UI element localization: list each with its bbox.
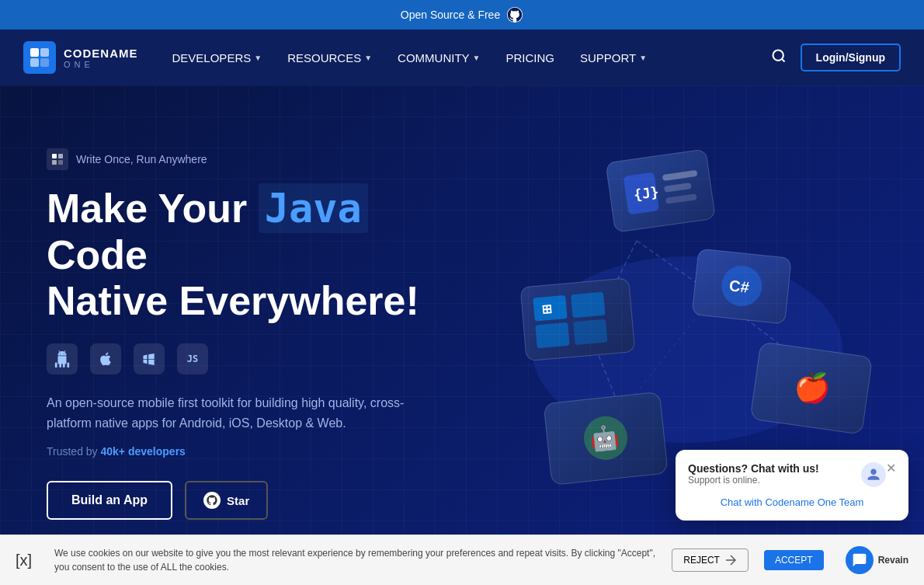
chevron-down-icon: ▼ <box>639 54 647 62</box>
hero-trust: Trusted by 40k+ developers <box>47 445 450 458</box>
chevron-down-icon: ▼ <box>254 54 262 62</box>
svg-rect-39 <box>544 392 668 485</box>
login-signup-button[interactable]: Login/Signup <box>801 44 901 71</box>
svg-rect-8 <box>58 154 63 158</box>
svg-text:⊞: ⊞ <box>541 302 552 316</box>
chat-info: Questions? Chat with us! Support is onli… <box>688 462 855 486</box>
svg-rect-24 <box>665 193 697 204</box>
windows-icon <box>134 343 165 374</box>
banner-text: Open Source & Free <box>401 9 500 21</box>
chevron-down-icon: ▼ <box>473 54 481 62</box>
svg-rect-20 <box>624 172 660 214</box>
cookie-banner: [x] We use cookies on our website to giv… <box>0 535 924 585</box>
nav-resources[interactable]: RESOURCES ▼ <box>276 45 383 71</box>
svg-rect-29 <box>535 322 569 349</box>
svg-rect-32 <box>692 249 791 324</box>
cookie-text: We use cookies on our website to give yo… <box>54 546 656 574</box>
chevron-down-icon: ▼ <box>364 54 372 62</box>
svg-line-14 <box>590 241 637 334</box>
nav-right: Login/Signup <box>766 44 901 72</box>
chat-avatar <box>861 462 886 487</box>
chat-header: Questions? Chat with us! Support is onli… <box>688 462 896 487</box>
hero-tagline: Write Once, Run Anywhere <box>47 148 450 170</box>
github-logo-icon <box>203 492 221 509</box>
nav-support[interactable]: SUPPORT ▼ <box>569 45 658 71</box>
svg-rect-37 <box>750 342 873 434</box>
nav-pricing[interactable]: PRICING <box>495 45 565 71</box>
revain-label: Revain <box>878 555 908 566</box>
nav-developers[interactable]: DEVELOPERS ▼ <box>162 45 273 71</box>
search-button[interactable] <box>766 44 791 72</box>
svg-text:🍎: 🍎 <box>791 367 833 408</box>
svg-text:🤖: 🤖 <box>589 423 621 454</box>
svg-rect-36 <box>750 342 873 434</box>
svg-point-11 <box>532 256 842 443</box>
svg-rect-25 <box>520 278 635 361</box>
svg-text:{J}: {J} <box>633 183 660 203</box>
chat-close-button[interactable]: ✕ <box>886 462 896 475</box>
svg-line-17 <box>621 295 714 412</box>
svg-line-13 <box>714 295 776 342</box>
svg-rect-10 <box>58 160 63 165</box>
navbar: CODENAME ONE DEVELOPERS ▼ RESOURCES ▼ CO… <box>0 30 924 85</box>
svg-rect-1 <box>30 48 39 57</box>
svg-rect-28 <box>571 292 605 319</box>
svg-rect-19 <box>606 149 715 232</box>
svg-rect-2 <box>40 48 49 57</box>
github-star-button[interactable]: Star <box>185 481 268 520</box>
svg-line-12 <box>637 241 714 295</box>
cookie-accept-button[interactable]: ACCEPT <box>764 550 824 570</box>
svg-rect-4 <box>40 58 49 67</box>
revain-branding: Revain <box>846 546 908 574</box>
nav-community[interactable]: COMMUNITY ▼ <box>387 45 491 71</box>
hero-description: An open-source mobile first toolkit for … <box>47 393 419 433</box>
svg-line-6 <box>781 58 784 61</box>
svg-rect-30 <box>573 319 607 346</box>
svg-point-34 <box>720 263 764 308</box>
hero-title: Make Your Java Code Native Everywhere! <box>47 186 450 325</box>
github-icon <box>506 6 523 23</box>
nav-items: DEVELOPERS ▼ RESOURCES ▼ COMMUNITY ▼ PRI… <box>162 45 766 71</box>
apple-icon <box>90 343 121 374</box>
build-app-button[interactable]: Build an App <box>47 481 172 520</box>
svg-line-16 <box>590 334 621 412</box>
cookie-icon: [x] <box>16 552 39 569</box>
cookie-reject-button[interactable]: REJECT <box>672 548 749 572</box>
hero-section: Write Once, Run Anywhere Make Your Java … <box>0 85 924 567</box>
chat-widget: Questions? Chat with us! Support is onli… <box>676 450 908 521</box>
top-banner: Open Source & Free <box>0 0 924 30</box>
svg-point-41 <box>582 414 630 462</box>
svg-line-15 <box>776 342 823 396</box>
svg-rect-18 <box>606 149 715 232</box>
logo-text: CODENAME ONE <box>64 47 138 69</box>
tagline-icon <box>47 148 68 170</box>
platform-icons: JS <box>47 343 450 374</box>
android-icon <box>47 343 78 374</box>
svg-rect-3 <box>30 58 39 67</box>
logo-area[interactable]: CODENAME ONE <box>23 41 138 74</box>
hero-left: Write Once, Run Anywhere Make Your Java … <box>47 148 450 521</box>
svg-rect-27 <box>533 295 567 322</box>
logo-icon <box>23 41 56 74</box>
svg-text:C#: C# <box>728 277 750 296</box>
javascript-icon: JS <box>177 343 208 374</box>
chat-status: Support is online. <box>688 475 855 486</box>
svg-rect-26 <box>520 278 635 361</box>
reject-icon <box>724 554 737 566</box>
svg-rect-7 <box>52 154 57 158</box>
trust-link[interactable]: 40k+ developers <box>101 445 186 458</box>
svg-rect-23 <box>664 183 692 193</box>
revain-icon <box>846 546 874 574</box>
chat-title: Questions? Chat with us! <box>688 462 855 475</box>
svg-rect-40 <box>544 392 668 485</box>
svg-rect-22 <box>662 170 698 181</box>
hero-buttons: Build an App Star <box>47 481 450 520</box>
svg-rect-9 <box>52 160 57 165</box>
chat-link[interactable]: Chat with Codename One Team <box>688 496 896 508</box>
svg-rect-33 <box>692 249 791 324</box>
search-icon <box>771 48 787 64</box>
svg-point-5 <box>773 50 783 60</box>
